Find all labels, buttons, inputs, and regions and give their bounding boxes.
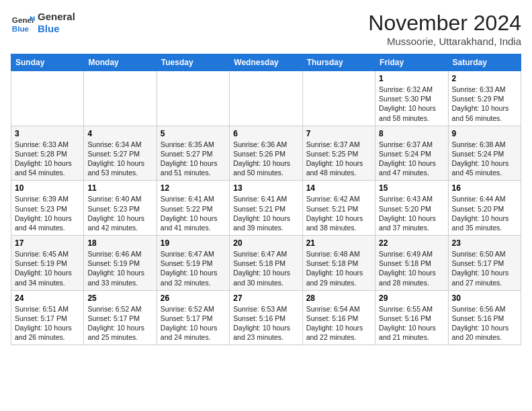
calendar-day-cell: 19Sunrise: 6:47 AMSunset: 5:19 PMDayligh… [157,236,229,291]
day-number: 21 [306,238,371,248]
day-info: Sunrise: 6:38 AMSunset: 5:24 PMDaylight:… [452,140,517,178]
day-number: 17 [15,238,80,248]
calendar-day-cell: 12Sunrise: 6:41 AMSunset: 5:22 PMDayligh… [157,181,229,236]
weekday-header: Wednesday [230,54,302,71]
calendar-day-cell [84,71,157,126]
day-info: Sunrise: 6:37 AMSunset: 5:24 PMDaylight:… [379,140,444,178]
day-number: 11 [87,183,152,193]
logo: General Blue General Blue [11,11,75,35]
day-info: Sunrise: 6:41 AMSunset: 5:22 PMDaylight:… [161,194,226,232]
calendar-day-cell: 11Sunrise: 6:40 AMSunset: 5:23 PMDayligh… [84,181,157,236]
day-number: 9 [452,129,517,138]
day-number: 2 [452,74,517,83]
calendar-day-cell: 23Sunrise: 6:50 AMSunset: 5:17 PMDayligh… [448,236,521,291]
page-header: General Blue General Blue November 2024 … [11,11,521,47]
day-number: 25 [87,293,152,303]
calendar-week-row: 17Sunrise: 6:45 AMSunset: 5:19 PMDayligh… [11,236,521,291]
day-number: 30 [452,293,517,303]
calendar-table: SundayMondayTuesdayWednesdayThursdayFrid… [11,54,521,345]
weekday-header: Thursday [302,54,375,71]
calendar-day-cell: 18Sunrise: 6:46 AMSunset: 5:19 PMDayligh… [84,236,157,291]
day-info: Sunrise: 6:45 AMSunset: 5:19 PMDaylight:… [15,249,80,287]
calendar-day-cell: 3Sunrise: 6:33 AMSunset: 5:28 PMDaylight… [11,126,84,181]
weekday-header: Sunday [11,54,84,71]
calendar-day-cell [230,71,302,126]
weekday-header: Friday [375,54,448,71]
calendar-day-cell: 1Sunrise: 6:32 AMSunset: 5:30 PMDaylight… [375,71,448,126]
calendar-week-row: 10Sunrise: 6:39 AMSunset: 5:23 PMDayligh… [11,181,521,236]
calendar-day-cell [11,71,84,126]
day-info: Sunrise: 6:53 AMSunset: 5:16 PMDaylight:… [233,304,298,342]
day-info: Sunrise: 6:52 AMSunset: 5:17 PMDaylight:… [161,304,226,342]
day-info: Sunrise: 6:44 AMSunset: 5:20 PMDaylight:… [452,194,517,232]
day-number: 20 [233,238,298,248]
day-info: Sunrise: 6:36 AMSunset: 5:26 PMDaylight:… [233,140,298,178]
day-number: 15 [379,183,444,193]
day-number: 18 [87,238,152,248]
day-info: Sunrise: 6:39 AMSunset: 5:23 PMDaylight:… [15,194,80,232]
calendar-day-cell: 2Sunrise: 6:33 AMSunset: 5:29 PMDaylight… [448,71,521,126]
day-info: Sunrise: 6:47 AMSunset: 5:19 PMDaylight:… [161,249,226,287]
calendar-day-cell: 5Sunrise: 6:35 AMSunset: 5:27 PMDaylight… [157,126,229,181]
title-block: November 2024 Mussoorie, Uttarakhand, In… [368,11,521,47]
calendar-week-row: 24Sunrise: 6:51 AMSunset: 5:17 PMDayligh… [11,290,521,345]
calendar-day-cell: 24Sunrise: 6:51 AMSunset: 5:17 PMDayligh… [11,290,84,345]
day-info: Sunrise: 6:48 AMSunset: 5:18 PMDaylight:… [306,249,371,287]
calendar-day-cell: 26Sunrise: 6:52 AMSunset: 5:17 PMDayligh… [157,290,229,345]
day-number: 4 [87,129,152,138]
calendar-day-cell [157,71,229,126]
calendar-day-cell: 14Sunrise: 6:42 AMSunset: 5:21 PMDayligh… [302,181,375,236]
calendar-day-cell: 20Sunrise: 6:47 AMSunset: 5:18 PMDayligh… [230,236,302,291]
day-info: Sunrise: 6:52 AMSunset: 5:17 PMDaylight:… [87,304,152,342]
day-number: 10 [15,183,80,193]
calendar-day-cell: 10Sunrise: 6:39 AMSunset: 5:23 PMDayligh… [11,181,84,236]
calendar-day-cell: 6Sunrise: 6:36 AMSunset: 5:26 PMDaylight… [230,126,302,181]
day-number: 8 [379,129,444,138]
day-number: 14 [306,183,371,193]
day-number: 3 [15,129,80,138]
day-info: Sunrise: 6:51 AMSunset: 5:17 PMDaylight:… [15,304,80,342]
day-info: Sunrise: 6:33 AMSunset: 5:29 PMDaylight:… [452,85,517,123]
day-number: 22 [379,238,444,248]
day-info: Sunrise: 6:54 AMSunset: 5:16 PMDaylight:… [306,304,371,342]
weekday-header: Monday [84,54,157,71]
weekday-header: Tuesday [157,54,229,71]
day-info: Sunrise: 6:43 AMSunset: 5:20 PMDaylight:… [379,194,444,232]
logo-general-text: General [38,11,75,22]
calendar-header-row: SundayMondayTuesdayWednesdayThursdayFrid… [11,54,521,71]
calendar-day-cell [302,71,375,126]
day-number: 29 [379,293,444,303]
calendar-day-cell: 27Sunrise: 6:53 AMSunset: 5:16 PMDayligh… [230,290,302,345]
calendar-day-cell: 7Sunrise: 6:37 AMSunset: 5:25 PMDaylight… [302,126,375,181]
calendar-day-cell: 16Sunrise: 6:44 AMSunset: 5:20 PMDayligh… [448,181,521,236]
calendar-day-cell: 22Sunrise: 6:49 AMSunset: 5:18 PMDayligh… [375,236,448,291]
svg-text:Blue: Blue [12,24,30,33]
calendar-day-cell: 8Sunrise: 6:37 AMSunset: 5:24 PMDaylight… [375,126,448,181]
weekday-header: Saturday [448,54,521,71]
day-info: Sunrise: 6:56 AMSunset: 5:16 PMDaylight:… [452,304,517,342]
calendar-day-cell: 13Sunrise: 6:41 AMSunset: 5:21 PMDayligh… [230,181,302,236]
calendar-day-cell: 4Sunrise: 6:34 AMSunset: 5:27 PMDaylight… [84,126,157,181]
day-info: Sunrise: 6:40 AMSunset: 5:23 PMDaylight:… [87,194,152,232]
logo-blue-text: Blue [38,23,60,34]
logo-icon: General Blue [11,11,35,35]
day-number: 5 [161,129,226,138]
calendar-week-row: 3Sunrise: 6:33 AMSunset: 5:28 PMDaylight… [11,126,521,181]
calendar-day-cell: 28Sunrise: 6:54 AMSunset: 5:16 PMDayligh… [302,290,375,345]
calendar-day-cell: 15Sunrise: 6:43 AMSunset: 5:20 PMDayligh… [375,181,448,236]
month-title: November 2024 [368,11,521,36]
day-number: 24 [15,293,80,303]
day-number: 27 [233,293,298,303]
day-info: Sunrise: 6:42 AMSunset: 5:21 PMDaylight:… [306,194,371,232]
day-info: Sunrise: 6:55 AMSunset: 5:16 PMDaylight:… [379,304,444,342]
day-info: Sunrise: 6:37 AMSunset: 5:25 PMDaylight:… [306,140,371,178]
calendar-week-row: 1Sunrise: 6:32 AMSunset: 5:30 PMDaylight… [11,71,521,126]
day-info: Sunrise: 6:35 AMSunset: 5:27 PMDaylight:… [161,140,226,178]
day-info: Sunrise: 6:33 AMSunset: 5:28 PMDaylight:… [15,140,80,178]
day-number: 12 [161,183,226,193]
day-number: 19 [161,238,226,248]
day-info: Sunrise: 6:41 AMSunset: 5:21 PMDaylight:… [233,194,298,232]
day-number: 13 [233,183,298,193]
day-number: 23 [452,238,517,248]
day-number: 6 [233,129,298,138]
